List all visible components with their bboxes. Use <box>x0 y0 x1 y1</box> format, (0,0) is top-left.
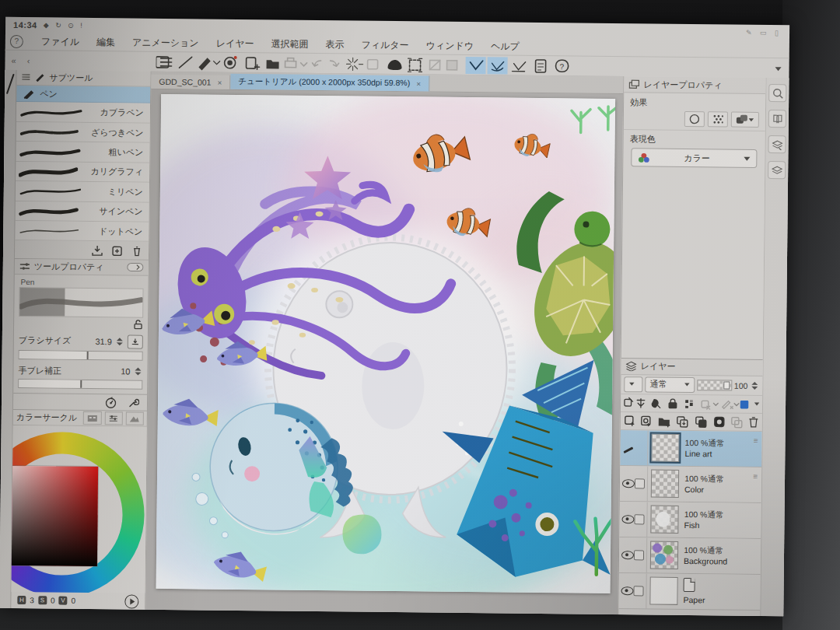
subtool-item-pen-selected[interactable]: ペン <box>16 86 150 103</box>
layer-thumbnail[interactable] <box>651 470 679 498</box>
close-tab-icon[interactable]: × <box>416 79 421 88</box>
visibility-eye-icon[interactable] <box>621 586 634 595</box>
opacity-stepper[interactable] <box>751 381 758 389</box>
effect-label: 効果 <box>624 93 765 110</box>
close-tab-icon[interactable]: × <box>217 78 222 86</box>
import-subtool-icon[interactable] <box>91 245 103 256</box>
visibility-eye-icon[interactable] <box>622 515 635 523</box>
blend-mode-dropdown[interactable]: 通常 <box>645 376 695 393</box>
document-tab-gdd[interactable]: GDD_SC_001 × <box>151 75 230 89</box>
layer-color-effect-icon[interactable] <box>731 112 759 128</box>
layer-thumbnail[interactable] <box>650 541 678 569</box>
layer-checkbox[interactable] <box>635 478 645 488</box>
color-slider-tab[interactable] <box>104 411 122 425</box>
collapse-panel-button[interactable]: « <box>12 56 16 65</box>
layer-name[interactable]: Color <box>684 485 724 493</box>
subtool-item-rough-texture-pen[interactable]: ざらつきペン <box>16 122 150 143</box>
unlock-icon[interactable] <box>133 319 143 329</box>
tool-property-header[interactable]: ツールプロパティ <box>15 259 149 276</box>
visibility-eye-icon[interactable] <box>621 551 634 559</box>
menu-edit[interactable]: 編集 <box>88 33 124 50</box>
layer-thumbnail[interactable] <box>650 506 678 534</box>
document-tab-tutorial[interactable]: チュートリアル (2000 x 2000px 350dpi 59.8%) × <box>230 74 429 92</box>
delete-subtool-icon[interactable] <box>131 245 142 256</box>
layer-name[interactable]: Background <box>684 556 727 565</box>
subtool-item-sign-pen[interactable]: サインペン <box>15 201 149 222</box>
layer-name[interactable]: Paper <box>683 596 705 604</box>
layer-property-tab[interactable] <box>768 135 786 153</box>
stabilization-label: 手ブレ補正 <box>18 365 117 377</box>
layer-checkbox[interactable] <box>634 586 644 596</box>
layer-thumbnail[interactable] <box>651 434 679 462</box>
stabilization-slider[interactable] <box>18 379 142 390</box>
layer-row-background[interactable]: 100 %通常 Background <box>619 537 761 575</box>
information-tab[interactable] <box>768 110 786 128</box>
subtool-item-dot-pen[interactable]: ドットペン <box>15 221 149 242</box>
property-toggle-icon[interactable] <box>127 263 144 272</box>
color-history-play-icon[interactable] <box>124 594 138 608</box>
layer-property-header[interactable]: レイヤープロパティ <box>624 76 765 94</box>
opacity-value[interactable]: 100 <box>734 380 748 390</box>
layer-color-chevron-icon[interactable] <box>754 402 759 405</box>
subtool-item-milli-pen[interactable]: ミリペン <box>16 181 149 202</box>
layer-checkbox[interactable] <box>635 514 645 524</box>
layer-property-title: レイヤープロパティ <box>643 79 722 91</box>
layer-row-fish[interactable]: 100 %通常 Fish <box>619 502 761 539</box>
layer-lock-tools[interactable] <box>621 394 762 414</box>
brush-size-stepper[interactable] <box>117 338 123 345</box>
layer-menu-icon[interactable]: ≡ <box>753 471 758 480</box>
help-bubble-icon[interactable]: ? <box>10 34 23 47</box>
menu-filter[interactable]: フィルター <box>352 37 417 54</box>
expression-color-dropdown[interactable]: カラー <box>631 148 757 168</box>
subtool-item-coarse-pen[interactable]: 粗いペン <box>16 142 149 163</box>
border-effect-icon[interactable] <box>684 111 705 127</box>
menu-help[interactable]: ヘルプ <box>482 38 528 55</box>
layer-panel-header[interactable]: レイヤー <box>621 358 763 376</box>
history-icon[interactable] <box>105 397 117 408</box>
wrench-icon[interactable] <box>128 397 139 408</box>
subtool-item-calligraphy[interactable]: カリグラフィ <box>16 162 149 183</box>
canvas-page[interactable] <box>156 94 616 593</box>
visibility-eye-icon[interactable] <box>622 479 635 488</box>
stabilization-stepper[interactable] <box>135 368 141 376</box>
layer-menu-icon[interactable]: ≡ <box>754 436 758 444</box>
layer-row-line-art[interactable]: 100 %通常 Line art ≡ <box>620 430 761 467</box>
color-set-tab[interactable] <box>83 411 101 425</box>
layer-name[interactable]: Fish <box>684 520 724 529</box>
layer-thumbnail[interactable] <box>649 577 677 605</box>
saturation-value-square[interactable] <box>11 466 98 566</box>
subtool-label: ざらつきペン <box>91 127 144 139</box>
brush-size-slider[interactable] <box>19 350 143 361</box>
brush-size-label: ブラシサイズ <box>19 334 93 347</box>
menu-view[interactable]: 表示 <box>317 36 352 52</box>
menu-window[interactable]: ウィンドウ <box>418 37 483 54</box>
color-mixing-tab[interactable] <box>125 412 143 425</box>
navigator-tab[interactable] <box>768 84 786 102</box>
layer-row-color[interactable]: 100 %通常 Color ≡ <box>620 466 761 503</box>
collapse-panel-button-2[interactable]: ‹ <box>27 56 30 65</box>
canvas-workspace[interactable] <box>145 89 623 614</box>
menu-layer[interactable]: レイヤー <box>208 35 263 52</box>
stabilization-value[interactable]: 10 <box>121 367 130 376</box>
color-wheel-panel[interactable] <box>11 425 146 593</box>
layers-tab[interactable] <box>768 161 786 179</box>
menu-selection[interactable]: 選択範囲 <box>262 36 317 53</box>
brush-size-preset-button[interactable] <box>128 334 143 348</box>
toolbar-overflow-chevron-icon[interactable] <box>775 67 782 71</box>
layer-name[interactable]: Line art <box>684 449 724 457</box>
disabled-select2-icon <box>447 61 457 70</box>
layer-action-tools[interactable] <box>621 412 762 432</box>
layer-checkbox[interactable] <box>634 550 644 560</box>
tone-effect-icon[interactable] <box>708 111 728 127</box>
delete-layer-icon <box>750 417 758 426</box>
menu-file[interactable]: ファイル <box>33 33 88 51</box>
blend-mode-row: 通常 100 <box>621 375 762 396</box>
blend-extra-dropdown[interactable] <box>624 376 642 392</box>
opacity-slider[interactable] <box>697 380 732 390</box>
subtool-item-kabura-pen[interactable]: カブラペン <box>16 102 150 123</box>
subtool-panel-header[interactable]: サブツール <box>16 70 150 87</box>
layer-row-paper[interactable]: Paper <box>618 573 760 611</box>
brush-size-value[interactable]: 31.9 <box>95 337 112 346</box>
menu-animation[interactable]: アニメーション <box>124 34 208 51</box>
add-subtool-icon[interactable] <box>111 245 124 256</box>
